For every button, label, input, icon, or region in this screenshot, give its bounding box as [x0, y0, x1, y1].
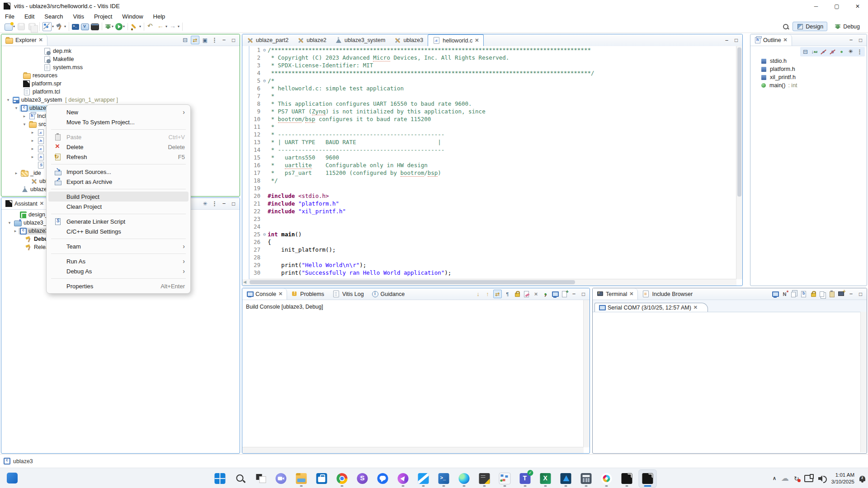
copy-stack-icon[interactable]: [790, 290, 798, 298]
view-menu-icon[interactable]: [211, 200, 218, 207]
hide-static-icon[interactable]: [829, 48, 836, 56]
slack-taskbar-button[interactable]: [598, 470, 615, 487]
view-tab-include-browser[interactable]: Include Browser: [638, 288, 697, 300]
editor-tab-ublaze2[interactable]: ublaze2: [293, 34, 331, 46]
tree-item-ublaze3-system[interactable]: ▾ublaze3_system[ design_1_wrapper ]: [1, 96, 240, 104]
new-terminal-icon[interactable]: [838, 290, 845, 298]
tree-item-makefile[interactable]: Makefile: [1, 55, 240, 63]
tree-item-resources[interactable]: resources: [1, 71, 240, 80]
dropdown-arrow-icon[interactable]: ▾: [13, 24, 15, 28]
chevron-down-icon[interactable]: ▾: [5, 98, 11, 102]
fold-marker-icon[interactable]: ⊖: [261, 77, 268, 84]
maximize-icon[interactable]: [230, 200, 237, 207]
menu-item-properties[interactable]: PropertiesAlt+Enter: [48, 281, 189, 291]
editor-tab-helloworld-c[interactable]: helloworld.c✕: [428, 34, 484, 47]
menu-vitis[interactable]: Vitis: [68, 13, 89, 20]
maximize-window-button[interactable]: ▢: [826, 0, 847, 12]
save-button[interactable]: [17, 22, 26, 31]
debug-perspective-button[interactable]: Debug: [831, 23, 863, 31]
debug-button[interactable]: ▾: [105, 23, 113, 30]
scroll-up-icon[interactable]: [484, 290, 491, 298]
chevron-right-icon[interactable]: ▸: [29, 146, 36, 151]
close-window-button[interactable]: ✕: [847, 0, 868, 12]
outline-item-xil-printf-h[interactable]: xil_printf.h: [750, 73, 867, 81]
copy-icon[interactable]: [819, 290, 826, 298]
back-button[interactable]: ▾: [157, 23, 167, 31]
minimize-icon[interactable]: [723, 37, 731, 44]
dropdown-arrow-icon[interactable]: ▾: [64, 24, 66, 28]
tray-overflow-chevron-icon[interactable]: ∧: [773, 475, 776, 481]
outline-item-stdio-h[interactable]: stdio.h: [750, 57, 867, 65]
console-horizontal-scrollbar[interactable]: [242, 447, 584, 453]
dropdown-arrow-icon[interactable]: ▾: [139, 24, 141, 28]
editor-tab-ublaze-part2[interactable]: ublaze_part2: [242, 34, 293, 46]
menu-item-refresh[interactable]: RefreshF5: [48, 152, 189, 162]
minimize-icon[interactable]: [220, 36, 228, 44]
collapse-all-icon[interactable]: [802, 48, 809, 56]
close-icon[interactable]: ✕: [693, 305, 698, 310]
console-view-button[interactable]: [72, 23, 79, 30]
outline-tab[interactable]: Outline ✕: [750, 34, 792, 46]
chevron-right-icon[interactable]: ▸: [12, 229, 19, 233]
open-console-icon[interactable]: [561, 290, 568, 298]
flash-button[interactable]: ▾: [131, 23, 141, 31]
start-taskbar-button[interactable]: [212, 470, 229, 487]
view-menu-icon[interactable]: [856, 48, 863, 56]
teams-taskbar-button[interactable]: [517, 470, 534, 487]
edge-taskbar-button[interactable]: [456, 470, 473, 487]
search-taskbar-button[interactable]: [232, 470, 249, 487]
menu-search[interactable]: Search: [39, 13, 68, 20]
undo-button[interactable]: [147, 23, 155, 31]
display-icon[interactable]: [551, 290, 559, 298]
run-button[interactable]: ▾: [115, 23, 125, 30]
view-menu-icon[interactable]: [211, 36, 218, 44]
close-icon[interactable]: ✕: [783, 37, 788, 43]
tree-item-dep-mk[interactable]: dep.mk: [1, 47, 240, 55]
fold-marker-icon[interactable]: ⊖: [261, 46, 268, 54]
maximize-icon[interactable]: [857, 36, 864, 44]
chevron-down-icon[interactable]: ▾: [6, 221, 13, 225]
dropdown-arrow-icon[interactable]: ▾: [178, 24, 179, 28]
editor-tab-ublaze3[interactable]: ublaze3: [390, 34, 428, 46]
build-button[interactable]: ▾: [56, 23, 66, 31]
remove-icon[interactable]: [532, 290, 540, 298]
collapse-all-icon[interactable]: [181, 36, 189, 44]
minimize-icon[interactable]: [220, 200, 228, 207]
maximize-icon[interactable]: [732, 37, 740, 44]
dropdown-arrow-icon[interactable]: ▾: [112, 24, 113, 28]
chevron-down-icon[interactable]: ▾: [13, 106, 19, 110]
chrome-taskbar-button[interactable]: [334, 470, 351, 487]
menu-item-generate-linker-script[interactable]: Generate Linker Script: [48, 216, 189, 226]
menu-edit[interactable]: Edit: [19, 13, 39, 20]
tray-clock[interactable]: 1:01 AM 3/10/2025: [831, 472, 854, 485]
code-editor[interactable]: 1⊖/*************************************…: [242, 46, 736, 279]
cursor-taskbar-button[interactable]: [395, 470, 412, 487]
close-icon[interactable]: ✕: [40, 201, 44, 206]
store-taskbar-button[interactable]: [313, 470, 330, 487]
search-icon[interactable]: [783, 23, 789, 30]
view-tab-console[interactable]: Console✕: [242, 288, 287, 300]
onedrive-cloud-icon[interactable]: ☁: [781, 474, 789, 483]
chevron-right-icon[interactable]: ▸: [29, 138, 36, 143]
design-perspective-button[interactable]: Design: [793, 22, 827, 31]
sync-alert-icon[interactable]: ↻: [794, 475, 799, 482]
assistant-tab[interactable]: Assistant ✕: [1, 198, 48, 209]
scroll-down-icon[interactable]: [474, 290, 482, 298]
view-tab-guidance[interactable]: Guidance: [368, 288, 409, 300]
minimize-icon[interactable]: [847, 290, 855, 298]
paste-icon[interactable]: [828, 290, 836, 298]
powershell-taskbar-button[interactable]: [435, 470, 453, 487]
dropdown-arrow-icon[interactable]: ▾: [123, 24, 125, 28]
terminal-vertical-scrollbar[interactable]: [860, 312, 867, 452]
chevron-right-icon[interactable]: ▸: [21, 114, 28, 118]
menu-item-clean-project[interactable]: Clean Project: [48, 202, 189, 211]
vitis-window-button[interactable]: [81, 23, 89, 30]
serial-terminal-tab[interactable]: Serial COM7 (3/10/25, 12:57 AM) ✕: [594, 303, 708, 312]
amd-taskbar-button[interactable]: [618, 470, 636, 487]
view-tab-problems[interactable]: Problems: [287, 288, 328, 300]
select-focused-icon[interactable]: [201, 36, 209, 44]
desktop-widgets-button[interactable]: [4, 469, 21, 487]
chevron-down-icon[interactable]: ▾: [21, 122, 28, 127]
debug-cfg-icon[interactable]: [201, 200, 209, 207]
editor-tab-ublaze3-system[interactable]: ublaze3_system: [331, 34, 390, 46]
